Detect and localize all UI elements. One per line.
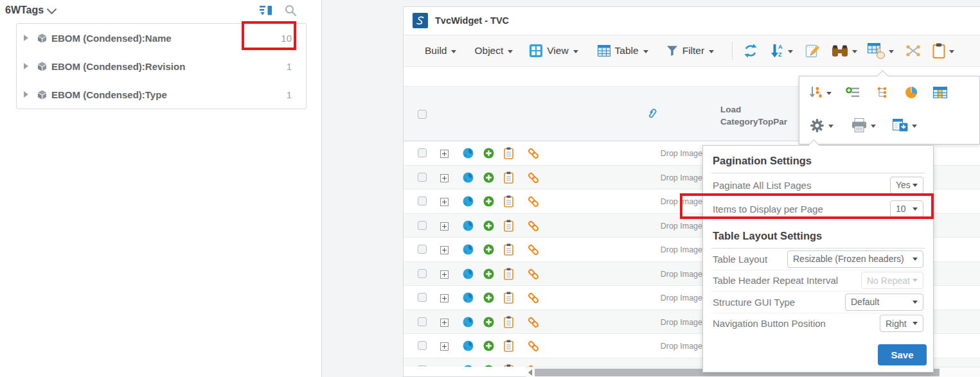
drop-image-cell[interactable]: Drop Image — [635, 245, 702, 254]
menu-build[interactable]: Build — [425, 45, 456, 57]
row-checkbox[interactable] — [418, 173, 427, 182]
structure-sort-button[interactable] — [810, 86, 832, 99]
link-icon[interactable] — [528, 244, 539, 258]
globe-icon[interactable] — [463, 317, 474, 330]
clipboard-icon[interactable] — [504, 171, 513, 186]
drop-image-cell[interactable]: Drop Image — [635, 173, 702, 182]
export-button[interactable] — [893, 119, 917, 132]
table-layout-select[interactable]: Resizable (Frozen headers) — [787, 250, 923, 268]
clipboard-icon[interactable] — [504, 195, 513, 210]
clipboard-icon[interactable] — [504, 340, 513, 355]
globe-icon[interactable] — [463, 340, 474, 354]
drop-image-cell[interactable]: Drop Image — [635, 342, 702, 351]
list-item[interactable]: EBOM (Condensed):Revision 1 — [17, 52, 306, 80]
nav-position-select[interactable]: Right — [880, 315, 923, 332]
toggle-connections-button[interactable] — [905, 44, 921, 57]
menu-table[interactable]: Table — [598, 45, 648, 57]
search-objects-button[interactable] — [832, 44, 857, 57]
expand-icon[interactable] — [440, 270, 449, 281]
menu-view[interactable]: View — [530, 44, 578, 57]
link-icon[interactable] — [528, 340, 539, 355]
column-header-load-category[interactable]: Load CategoryTopPar — [720, 103, 787, 128]
expand-icon[interactable] — [440, 318, 449, 329]
expand-arrow-icon[interactable] — [24, 63, 28, 69]
link-icon[interactable] — [528, 292, 539, 306]
link-icon[interactable] — [528, 220, 539, 234]
add-icon[interactable] — [483, 292, 494, 306]
add-icon[interactable] — [483, 365, 494, 367]
add-icon[interactable] — [483, 220, 494, 234]
row-checkbox[interactable] — [418, 269, 427, 278]
paginate-all-select[interactable]: Yes — [890, 177, 923, 194]
globe-icon[interactable] — [463, 172, 474, 186]
edit-button[interactable] — [805, 43, 820, 58]
globe-icon[interactable] — [463, 196, 474, 209]
drop-image-cell[interactable]: Drop Image — [635, 149, 702, 158]
expand-icon[interactable] — [440, 366, 449, 367]
freeze-column-button[interactable] — [933, 87, 947, 98]
link-icon[interactable] — [528, 172, 539, 186]
add-icon[interactable] — [483, 340, 494, 354]
expand-icon[interactable] — [440, 294, 449, 305]
clipboard-button[interactable] — [932, 43, 954, 58]
row-checkbox[interactable] — [418, 293, 427, 302]
link-icon[interactable] — [528, 268, 539, 283]
expand-icon[interactable] — [440, 173, 449, 185]
add-column-button[interactable] — [846, 87, 860, 98]
clipboard-icon[interactable] — [504, 316, 513, 331]
globe-icon[interactable] — [463, 365, 474, 367]
chart-button[interactable] — [905, 86, 918, 99]
select-all-checkbox[interactable] — [418, 110, 427, 119]
link-icon[interactable] — [528, 196, 539, 210]
link-icon[interactable] — [528, 148, 539, 162]
globe-icon[interactable] — [463, 292, 474, 306]
expand-arrow-icon[interactable] — [24, 91, 28, 98]
row-checkbox[interactable] — [418, 365, 427, 367]
menu-filter[interactable]: Filter — [666, 45, 714, 57]
items-per-page-select[interactable]: 10 — [890, 200, 923, 218]
add-icon[interactable] — [483, 172, 494, 186]
expand-icon[interactable] — [440, 342, 449, 353]
clipboard-icon[interactable] — [504, 364, 513, 367]
expand-icon[interactable] — [440, 245, 449, 257]
row-checkbox[interactable] — [418, 148, 427, 157]
search-icon[interactable] — [284, 4, 297, 19]
expand-icon[interactable] — [440, 197, 449, 209]
save-button[interactable]: Save — [878, 344, 927, 365]
sort-button[interactable]: A Z — [770, 43, 793, 58]
row-checkbox[interactable] — [418, 317, 427, 326]
clipboard-icon[interactable] — [504, 292, 513, 306]
structure-view-button[interactable] — [877, 87, 888, 98]
menu-object[interactable]: Object — [474, 45, 513, 57]
structure-gui-select[interactable]: Default — [845, 294, 923, 311]
globe-icon[interactable] — [463, 244, 474, 258]
add-icon[interactable] — [483, 268, 494, 282]
print-button[interactable] — [851, 118, 876, 132]
list-item[interactable]: EBOM (Condensed):Type 1 — [17, 80, 306, 109]
collapse-panel-sort-icon[interactable] — [260, 4, 274, 19]
expand-icon[interactable] — [440, 222, 449, 233]
table-actions-button[interactable] — [868, 43, 894, 59]
add-icon[interactable] — [483, 317, 494, 330]
expand-icon[interactable] — [440, 149, 449, 161]
refresh-button[interactable] — [743, 43, 758, 58]
clipboard-icon[interactable] — [504, 147, 513, 162]
scroll-left-arrow-icon[interactable] — [528, 369, 532, 376]
globe-icon[interactable] — [463, 268, 474, 282]
list-item[interactable]: EBOM (Condensed):Name 10 — [17, 24, 306, 52]
add-icon[interactable] — [483, 244, 494, 258]
add-icon[interactable] — [483, 148, 494, 161]
row-checkbox[interactable] — [418, 197, 427, 206]
clipboard-icon[interactable] — [504, 268, 513, 283]
drop-image-cell[interactable]: Drop Image — [635, 318, 702, 327]
drop-image-cell[interactable]: Drop Image — [635, 270, 702, 279]
row-checkbox[interactable] — [418, 221, 427, 230]
clipboard-icon[interactable] — [504, 243, 513, 258]
add-icon[interactable] — [483, 196, 494, 209]
clipboard-icon[interactable] — [504, 220, 513, 234]
settings-button[interactable] — [810, 118, 833, 133]
row-checkbox[interactable] — [418, 245, 427, 254]
drop-image-cell[interactable]: Drop Image — [635, 222, 702, 231]
row-checkbox[interactable] — [418, 341, 427, 350]
tags-panel-header[interactable]: 6WTags — [5, 4, 55, 16]
